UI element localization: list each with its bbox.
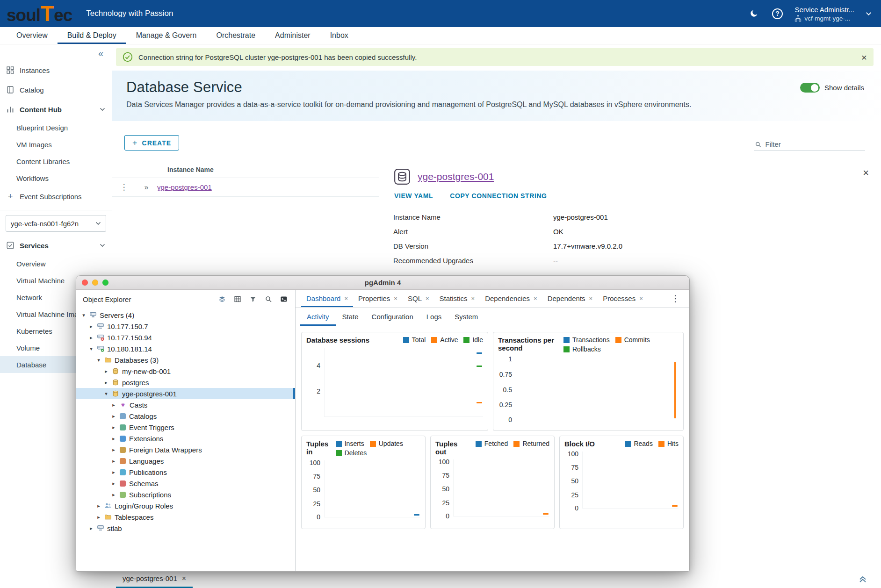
window-zoom-button[interactable] [102,280,108,286]
sidebar-item-services-overview[interactable]: Overview [0,255,112,272]
user-menu[interactable]: Service Administr... vcf-mgmt-yge-... [794,6,854,22]
chevron-collapsed-icon[interactable]: ▸ [103,368,109,374]
tree-item-server-disconnected[interactable]: ▸ 10.177.150.94 [76,332,295,343]
sidebar-group-services[interactable]: Services [0,236,112,255]
instance-link[interactable]: yge-postgres-001 [157,183,212,191]
chevron-collapsed-icon[interactable]: ▸ [111,480,116,487]
tree-item-catalogs[interactable]: ▸ Catalogs [76,410,295,422]
tree-item-schemas[interactable]: ▸ Schemas [76,478,295,489]
nav-tab-administer[interactable]: Administer [265,27,320,44]
chevron-expanded-icon[interactable]: ▾ [96,357,101,363]
chevron-expanded-icon[interactable]: ▾ [81,312,87,318]
chevron-collapsed-icon[interactable]: ▸ [88,323,94,330]
tree-item-login-group-roles[interactable]: ▸ Login/Group Roles [76,500,295,511]
sidebar-item-catalog[interactable]: Catalog [0,80,112,100]
subtab-system[interactable]: System [448,308,484,326]
sidebar-group-content-hub[interactable]: Content Hub [0,100,112,119]
row-kebab-icon[interactable]: ⋮ [112,182,136,192]
tree-item-server[interactable]: ▸ 10.177.150.7 [76,321,295,332]
chevron-expanded-icon[interactable]: ▾ [103,391,109,397]
window-minimize-button[interactable] [92,280,98,286]
subtab-state[interactable]: State [336,308,365,326]
tree-item-languages[interactable]: ▸ Languages [76,455,295,466]
tab-properties[interactable]: Properties × [353,290,403,307]
tab-dashboard[interactable]: Dashboard × [301,290,353,307]
pgadmin-titlebar[interactable]: pgAdmin 4 [76,276,689,290]
filter-input[interactable] [765,140,864,148]
nav-tab-manage-govern[interactable]: Manage & Govern [126,27,207,44]
nav-tab-build-deploy[interactable]: Build & Deploy [58,27,126,44]
tree-item-foreign-data-wrappers[interactable]: ▸ Foreign Data Wrappers [76,444,295,455]
sidebar-item-blueprint-design[interactable]: Blueprint Design [0,119,112,136]
chevron-collapsed-icon[interactable]: ▸ [111,402,116,408]
search-objects-button[interactable] [262,293,275,305]
close-icon[interactable]: × [394,295,397,302]
nav-tab-overview[interactable]: Overview [7,27,58,44]
tree-item-databases[interactable]: ▾ Databases (3) [76,354,295,366]
sidebar-item-event-subscriptions[interactable]: + Event Subscriptions [0,186,112,206]
view-table-button[interactable] [231,293,244,305]
chevron-collapsed-icon[interactable]: ▸ [111,469,116,475]
table-row[interactable]: ⋮ » yge-postgres-001 [112,178,379,197]
tab-dependents[interactable]: Dependents × [542,290,598,307]
tree-item-database-selected[interactable]: ▾ yge-postgres-001 [76,388,295,399]
psql-tool-button[interactable] [277,293,290,305]
tree-item-database[interactable]: ▸ my-new-db-001 [76,366,295,377]
view-yaml-link[interactable]: VIEW YAML [394,192,433,200]
chevron-collapsed-icon[interactable]: ▸ [111,447,116,453]
show-details-toggle[interactable] [800,83,820,93]
subtab-logs[interactable]: Logs [420,308,448,326]
chevron-collapsed-icon[interactable]: ▸ [88,525,94,531]
bottom-tab-yge-postgres-001[interactable]: yge-postgres-001 × [116,570,193,588]
nav-tab-inbox[interactable]: Inbox [320,27,358,44]
tree-item-tablespaces[interactable]: ▸ Tablespaces [76,511,295,523]
tree-item-servers[interactable]: ▾ Servers (4) [76,309,295,321]
create-button[interactable]: + CREATE [124,135,179,151]
close-icon[interactable]: × [426,295,429,302]
help-button[interactable]: ? [771,7,783,20]
tab-processes[interactable]: Processes × [598,290,648,307]
chevron-collapsed-icon[interactable]: ▸ [96,514,101,520]
pgadmin-window[interactable]: pgAdmin 4 Object Explorer [76,275,690,572]
expand-panel-button[interactable] [858,575,868,583]
close-icon[interactable]: × [589,295,593,302]
nav-tab-orchestrate[interactable]: Orchestrate [207,27,266,44]
chevron-collapsed-icon[interactable]: ▸ [111,436,116,442]
tree-item-event-triggers[interactable]: ▸ Event Triggers [76,422,295,433]
tab-statistics[interactable]: Statistics × [434,290,480,307]
chevron-collapsed-icon[interactable]: ▸ [88,335,94,341]
close-icon[interactable]: × [344,295,348,302]
tab-sql[interactable]: SQL × [403,290,434,307]
chevron-collapsed-icon[interactable]: ▸ [111,492,116,498]
tree-item-casts[interactable]: ▸ ♥ Casts [76,399,295,410]
tree-item-server[interactable]: ▸ stlab [76,523,295,534]
subtab-activity[interactable]: Activity [300,308,336,326]
close-icon[interactable]: × [471,295,475,302]
sidebar-collapse-button[interactable]: « [0,46,112,60]
close-icon[interactable]: × [639,295,643,302]
banner-close-icon[interactable]: × [861,52,867,62]
row-expand-icon[interactable]: » [136,183,157,192]
detail-title-link[interactable]: yge-postgres-001 [418,171,494,182]
view-data-button[interactable] [216,293,229,305]
sidebar-item-instances[interactable]: Instances [0,60,112,80]
tree-item-publications[interactable]: ▸ Publications [76,466,295,478]
window-close-button[interactable] [82,280,88,286]
dark-mode-moon-icon[interactable] [748,7,760,20]
tree-item-subscriptions[interactable]: ▸ Subscriptions [76,489,295,500]
chevron-expanded-icon[interactable]: ▾ [88,346,94,352]
chevron-collapsed-icon[interactable]: ▸ [111,424,116,430]
tree-item-extensions[interactable]: ▸ Extensions [76,433,295,444]
tree-item-database[interactable]: ▸ postgres [76,377,295,388]
subtab-configuration[interactable]: Configuration [365,308,420,326]
tab-dependencies[interactable]: Dependencies × [480,290,542,307]
copy-connection-string-link[interactable]: COPY CONNECTION STRING [450,192,547,200]
chevron-collapsed-icon[interactable]: ▸ [96,503,101,509]
tree-item-server-connected[interactable]: ▾ 10.180.181.14 [76,343,295,354]
chevron-collapsed-icon[interactable]: ▸ [111,413,116,419]
tab-menu-kebab-icon[interactable]: ⋮ [665,290,686,307]
sidebar-item-content-libraries[interactable]: Content Libraries [0,153,112,170]
project-selector[interactable]: yge-vcfa-ns001-fg62n [6,215,106,232]
sidebar-item-vm-images[interactable]: VM Images [0,136,112,153]
chevron-collapsed-icon[interactable]: ▸ [103,380,109,386]
